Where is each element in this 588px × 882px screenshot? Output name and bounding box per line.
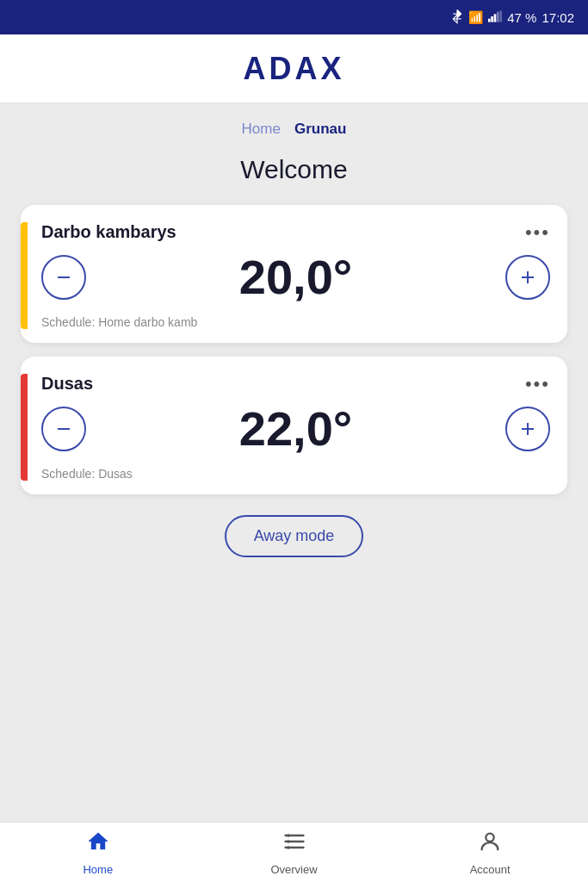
svg-point-13 (287, 834, 290, 837)
svg-point-16 (486, 833, 494, 841)
device-name-dusas: Dusas (41, 374, 93, 394)
nav-home[interactable]: Home (0, 829, 196, 876)
status-bar: 📶 47 % 17:02 (0, 0, 588, 34)
device-card-dusas: Dusas ••• 22,0° Schedule: Dusas (21, 357, 567, 494)
card-body-darbo: Darbo kambarys ••• 20,0° Schedule: Hom (41, 222, 550, 329)
app-header: ADAX (0, 34, 588, 103)
svg-rect-4 (494, 14, 497, 22)
breadcrumb-grunau[interactable]: Grunau (294, 121, 346, 138)
nav-account-label: Account (470, 863, 511, 876)
card-controls-darbo: 20,0° (41, 249, 550, 305)
nav-account[interactable]: Account (392, 829, 588, 876)
battery-percentage: 47 % (507, 10, 536, 25)
status-icons: 📶 47 % 17:02 (451, 9, 574, 27)
svg-point-14 (287, 840, 290, 843)
home-icon (86, 829, 110, 860)
device-menu-darbo[interactable]: ••• (525, 223, 550, 242)
temperature-darbo: 20,0° (239, 249, 352, 305)
nav-overview[interactable]: Overview (196, 829, 393, 876)
app-logo: ADAX (243, 51, 344, 87)
bluetooth-icon (451, 9, 463, 27)
breadcrumb: Home Grunau (21, 121, 567, 138)
svg-rect-3 (492, 16, 494, 22)
breadcrumb-home[interactable]: Home (242, 121, 281, 138)
card-header-dusas: Dusas ••• (41, 374, 550, 394)
main-content: Home Grunau Welcome Darbo kambarys ••• 2… (0, 103, 588, 822)
nav-overview-label: Overview (270, 863, 317, 876)
welcome-title: Welcome (21, 155, 567, 184)
away-mode-container: Away mode (21, 515, 567, 557)
decrease-temp-darbo[interactable] (41, 255, 86, 300)
card-accent-darbo (21, 222, 28, 329)
increase-temp-dusas[interactable] (505, 407, 550, 451)
svg-rect-2 (488, 18, 491, 22)
schedule-dusas: Schedule: Dusas (41, 467, 550, 481)
device-card-darbo: Darbo kambarys ••• 20,0° Schedule: Hom (21, 205, 567, 343)
overview-icon (282, 829, 306, 860)
clock: 17:02 (542, 10, 574, 25)
svg-point-15 (287, 846, 290, 849)
decrease-temp-dusas[interactable] (41, 407, 86, 451)
device-name-darbo: Darbo kambarys (41, 222, 176, 242)
svg-rect-5 (497, 11, 499, 22)
account-icon (478, 829, 502, 860)
card-header-darbo: Darbo kambarys ••• (41, 222, 550, 242)
svg-rect-6 (500, 10, 503, 22)
schedule-darbo: Schedule: Home darbo kamb (41, 315, 550, 329)
nav-home-label: Home (83, 863, 113, 876)
signal-icon (488, 10, 502, 25)
card-body-dusas: Dusas ••• 22,0° Schedule: Dusas (41, 374, 550, 481)
away-mode-button[interactable]: Away mode (225, 515, 364, 557)
device-menu-dusas[interactable]: ••• (525, 375, 550, 394)
temperature-dusas: 22,0° (239, 401, 352, 457)
bottom-nav: Home Overview Account (0, 822, 588, 882)
card-controls-dusas: 22,0° (41, 401, 550, 457)
card-accent-dusas (21, 374, 28, 481)
wifi-icon: 📶 (468, 10, 483, 24)
increase-temp-darbo[interactable] (505, 255, 550, 300)
